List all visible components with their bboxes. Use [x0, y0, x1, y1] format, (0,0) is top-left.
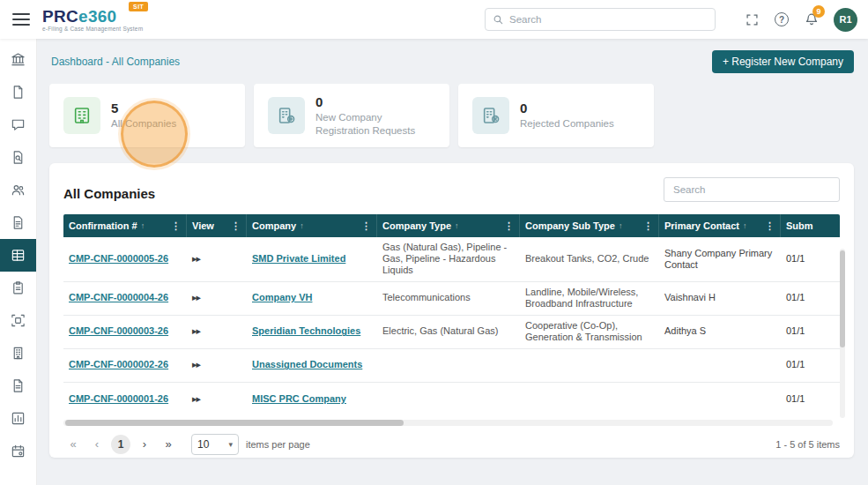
- notification-badge: 9: [812, 5, 825, 18]
- primary-contact-cell: Adithya S: [659, 321, 781, 341]
- document-text-icon: [11, 215, 26, 230]
- company-link[interactable]: MISC PRC Company: [252, 393, 346, 404]
- breadcrumb[interactable]: Dashboard - All Companies: [51, 56, 180, 68]
- table-vertical-scrollbar[interactable]: [840, 249, 845, 418]
- stat-card-all-companies[interactable]: 5 All Companies: [49, 84, 245, 147]
- table-row[interactable]: CMP-CNF-0000004-26 ▸▸ Company VH Telecom…: [63, 282, 840, 316]
- column-header-primary-contact[interactable]: Primary Contact↑⋮: [659, 214, 781, 237]
- items-range-label: 1 - 5 of 5 items: [775, 439, 840, 450]
- sidebar-item-filings[interactable]: [0, 76, 36, 108]
- notifications-button[interactable]: 9: [800, 8, 823, 31]
- previous-page-button[interactable]: ‹: [87, 435, 107, 454]
- company-link[interactable]: Unassigned Documents: [252, 359, 362, 369]
- next-page-button[interactable]: ›: [135, 435, 154, 454]
- column-menu-icon[interactable]: ⋮: [501, 220, 514, 232]
- scrollbar-thumb[interactable]: [840, 250, 845, 347]
- stat-card-rejected-companies[interactable]: 0 Rejected Companies: [458, 84, 654, 147]
- app-logo: PRCe360 SIT e-Filing & Case Management S…: [42, 8, 143, 33]
- global-search[interactable]: [485, 8, 716, 31]
- fullscreen-icon[interactable]: [740, 8, 763, 31]
- qr-scan-icon: [11, 313, 26, 328]
- view-company-icon[interactable]: ▸▸: [192, 325, 200, 336]
- primary-contact-cell: [659, 361, 781, 369]
- company-type-cell: Electric, Gas (Natural Gas): [377, 321, 520, 341]
- confirmation-link[interactable]: CMP-CNF-0000004-26: [69, 292, 168, 302]
- register-new-company-button[interactable]: + Register New Company: [712, 50, 854, 73]
- stat-label: New Company Registration Requests: [315, 111, 430, 137]
- last-page-button[interactable]: »: [159, 435, 178, 454]
- submitted-date-cell: 01/1: [781, 354, 840, 375]
- column-header-view[interactable]: View⋮: [187, 214, 247, 237]
- sidebar-item-messages[interactable]: [0, 108, 36, 141]
- bar-chart-icon: [11, 411, 26, 426]
- confirmation-link[interactable]: CMP-CNF-0000003-26: [69, 325, 168, 336]
- view-company-icon[interactable]: ▸▸: [192, 253, 200, 264]
- clipboard-icon: [11, 280, 26, 295]
- sidebar-item-companies[interactable]: [0, 239, 36, 272]
- company-sub-type-cell: Cooperative (Co-Op), Generation & Transm…: [520, 316, 659, 347]
- table-row[interactable]: CMP-CNF-0000005-26 ▸▸ SMD Private Limite…: [63, 237, 840, 282]
- global-search-input[interactable]: [509, 14, 708, 25]
- current-page-button[interactable]: 1: [111, 435, 130, 454]
- column-header-company[interactable]: Company↑⋮: [247, 214, 377, 237]
- confirmation-link[interactable]: CMP-CNF-0000001-26: [69, 393, 168, 404]
- stat-cards: 5 All Companies 0 New Company Registrati…: [37, 77, 868, 147]
- column-menu-icon[interactable]: ⋮: [640, 220, 653, 232]
- stat-label: Rejected Companies: [520, 117, 614, 130]
- chevron-down-icon: ▾: [228, 440, 233, 449]
- column-menu-icon[interactable]: ⋮: [227, 220, 241, 232]
- company-link[interactable]: SMD Private Limited: [252, 253, 345, 264]
- submitted-date-cell: 01/1: [781, 249, 840, 269]
- chat-icon: [11, 117, 26, 132]
- page-size-value: 10: [197, 438, 209, 451]
- sort-asc-icon: ↑: [141, 221, 145, 230]
- table-search-input[interactable]: [664, 177, 840, 202]
- view-company-icon[interactable]: ▸▸: [192, 359, 200, 369]
- table-row[interactable]: CMP-CNF-0000003-26 ▸▸ Speridian Technolo…: [63, 316, 840, 349]
- column-menu-icon[interactable]: ⋮: [761, 220, 775, 232]
- bank-icon: [11, 52, 26, 67]
- first-page-button[interactable]: «: [63, 435, 83, 454]
- table-row[interactable]: CMP-CNF-0000001-26 ▸▸ MISC PRC Company 0…: [63, 383, 840, 416]
- column-header-company-sub-type[interactable]: Company Sub Type↑⋮: [520, 214, 659, 237]
- stat-card-new-registration-requests[interactable]: 0 New Company Registration Requests: [254, 84, 449, 147]
- sidebar-item-analytics[interactable]: [0, 402, 36, 435]
- all-companies-panel: All Companies Confirmation #↑⋮ View⋮ Com…: [49, 163, 854, 458]
- column-label: Company: [252, 220, 296, 231]
- sidebar-item-tasks[interactable]: [0, 272, 36, 304]
- scrollbar-thumb[interactable]: [65, 420, 404, 426]
- page-size-select[interactable]: 10 ▾: [191, 434, 239, 455]
- confirmation-link[interactable]: CMP-CNF-0000002-26: [69, 359, 168, 369]
- company-link[interactable]: Speridian Technologies: [252, 325, 360, 336]
- sidebar-item-users[interactable]: [0, 174, 36, 206]
- column-menu-icon[interactable]: ⋮: [167, 220, 181, 232]
- column-label: Company Type: [382, 220, 451, 231]
- sidebar-item-home[interactable]: [0, 43, 36, 76]
- company-sub-type-cell: Landline, Mobile/Wireless, Broadband Inf…: [520, 282, 659, 314]
- table-horizontal-scrollbar[interactable]: [63, 420, 833, 426]
- column-header-company-type[interactable]: Company Type↑⋮: [377, 214, 520, 237]
- sidebar: [0, 39, 37, 485]
- company-link[interactable]: Company VH: [252, 292, 312, 302]
- sidebar-item-calendar[interactable]: [0, 435, 36, 467]
- confirmation-link[interactable]: CMP-CNF-0000005-26: [69, 253, 168, 264]
- sidebar-item-documents[interactable]: [0, 206, 36, 239]
- user-avatar[interactable]: R1: [834, 8, 857, 32]
- view-company-icon[interactable]: ▸▸: [192, 292, 200, 302]
- table-row[interactable]: CMP-CNF-0000002-26 ▸▸ Unassigned Documen…: [63, 349, 840, 383]
- column-label: Company Sub Type: [525, 220, 615, 231]
- help-button[interactable]: ?: [770, 8, 793, 31]
- column-header-submitted[interactable]: Subm: [781, 214, 840, 237]
- menu-toggle-icon[interactable]: [12, 13, 30, 26]
- column-header-confirmation[interactable]: Confirmation #↑⋮: [63, 214, 187, 237]
- sort-asc-icon: ↑: [455, 221, 459, 230]
- sort-asc-icon: ↑: [743, 221, 747, 230]
- sidebar-item-records[interactable]: [0, 369, 36, 402]
- top-header: PRCe360 SIT e-Filing & Case Management S…: [0, 0, 868, 39]
- sidebar-item-scan[interactable]: [0, 304, 36, 337]
- help-icon: ?: [775, 12, 789, 26]
- view-company-icon[interactable]: ▸▸: [192, 393, 200, 404]
- sidebar-item-document-search[interactable]: [0, 141, 36, 174]
- sidebar-item-organizations[interactable]: [0, 337, 36, 369]
- column-menu-icon[interactable]: ⋮: [358, 220, 371, 232]
